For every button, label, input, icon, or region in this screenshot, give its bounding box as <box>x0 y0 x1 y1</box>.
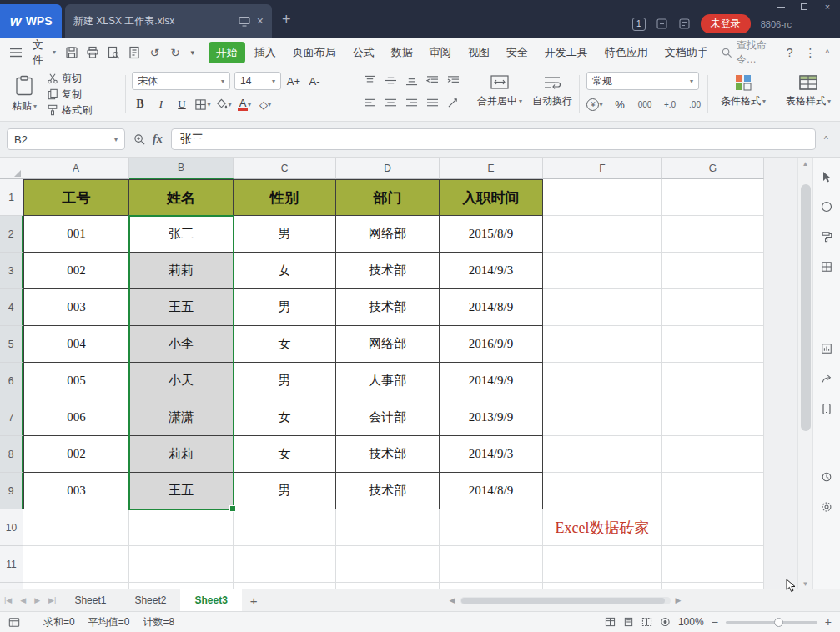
cell[interactable] <box>662 509 764 546</box>
quick-access-dropdown-icon[interactable]: ▾ <box>189 43 197 62</box>
cell[interactable]: 2014/9/3 <box>440 436 543 473</box>
cell[interactable] <box>336 546 440 583</box>
underline-button[interactable]: U <box>174 96 190 113</box>
column-header-C[interactable]: C <box>234 158 336 179</box>
font-name-select[interactable]: 宋体▾ <box>132 72 230 90</box>
scroll-left-icon[interactable]: ◀ <box>450 596 455 604</box>
cell[interactable]: 部门 <box>336 179 440 216</box>
settings-icon[interactable] <box>819 499 834 514</box>
row-header[interactable]: 2 <box>0 216 23 253</box>
zoom-out-icon[interactable]: − <box>712 615 718 629</box>
command-search[interactable]: 查找命令… <box>721 38 777 67</box>
cell[interactable]: 技术部 <box>336 253 440 289</box>
cell[interactable]: 女 <box>234 326 336 363</box>
cell[interactable]: 技术部 <box>336 436 440 473</box>
collapse-ribbon-icon[interactable]: ^ <box>823 43 832 62</box>
cell[interactable] <box>662 363 764 399</box>
select-all-corner[interactable] <box>0 158 23 179</box>
tab-doc-assistant[interactable]: 文档助手 <box>657 42 716 63</box>
zoom-formula-icon[interactable] <box>133 133 146 146</box>
cell[interactable]: 男 <box>234 473 336 509</box>
cell[interactable] <box>662 253 764 289</box>
column-header-E[interactable]: E <box>440 158 543 179</box>
zoom-level[interactable]: 100% <box>678 616 704 628</box>
decrease-font-button[interactable]: A- <box>306 73 323 89</box>
column-header-D[interactable]: D <box>336 158 440 179</box>
save-icon[interactable] <box>64 43 80 62</box>
first-sheet-icon[interactable]: |◀ <box>4 596 12 604</box>
tab-close-icon[interactable]: × <box>257 14 264 28</box>
zoom-slider[interactable] <box>726 621 817 624</box>
row-header[interactable]: 1 <box>0 179 23 216</box>
cell[interactable]: 女 <box>234 253 336 289</box>
increase-indent-button[interactable] <box>445 72 461 88</box>
export-pdf-icon[interactable] <box>126 43 142 62</box>
conditional-format-button[interactable]: 条件格式▾ <box>716 72 771 110</box>
sheet-tab-3[interactable]: Sheet3 <box>180 589 241 611</box>
cell[interactable]: 技术部 <box>336 473 440 509</box>
cell[interactable] <box>440 546 543 583</box>
workspace-icon[interactable] <box>8 617 20 628</box>
minimize-button[interactable] <box>775 2 787 12</box>
cell[interactable]: 王五 <box>129 289 234 326</box>
next-sheet-icon[interactable]: ▶ <box>34 596 40 604</box>
align-bottom-button[interactable] <box>403 72 420 88</box>
cell[interactable]: 2014/9/3 <box>440 253 543 289</box>
cell[interactable] <box>543 473 662 509</box>
cell[interactable] <box>662 179 764 216</box>
tab-insert[interactable]: 插入 <box>247 42 284 63</box>
wrap-text-button[interactable]: 自动换行 <box>527 72 577 110</box>
cell[interactable] <box>543 289 662 326</box>
zoom-slider-knob[interactable] <box>774 618 783 627</box>
cell[interactable]: 小李 <box>129 326 234 363</box>
eye-protection-icon[interactable] <box>660 617 671 627</box>
login-button[interactable]: 未登录 <box>701 14 751 33</box>
phone-sync-icon[interactable] <box>819 401 834 416</box>
cell[interactable] <box>543 436 662 473</box>
percent-format-button[interactable]: % <box>611 96 628 113</box>
column-header-F[interactable]: F <box>543 158 662 179</box>
italic-button[interactable]: I <box>153 96 169 113</box>
cell[interactable]: 人事部 <box>336 363 440 399</box>
font-color-button[interactable]: A ▾ <box>236 96 253 113</box>
active-cell[interactable]: 张三 <box>129 216 234 253</box>
normal-view-icon[interactable] <box>605 617 616 627</box>
add-sheet-button[interactable]: + <box>250 594 258 608</box>
tab-special-features[interactable]: 特色应用 <box>597 42 656 63</box>
cell[interactable]: 2016/9/9 <box>440 326 543 363</box>
scroll-up-icon[interactable]: ▲ <box>798 158 812 169</box>
integrate-icon[interactable] <box>656 18 668 30</box>
fill-color-button[interactable]: ▾ <box>215 96 232 113</box>
redo-icon[interactable]: ↻ <box>168 43 184 62</box>
print-preview-icon[interactable] <box>105 43 121 62</box>
cut-button[interactable]: 剪切 <box>47 72 92 85</box>
page-layout-view-icon[interactable] <box>623 617 634 627</box>
cell[interactable]: 002 <box>23 436 129 473</box>
number-format-select[interactable]: 常规▾ <box>586 72 699 90</box>
maximize-button[interactable] <box>798 2 810 12</box>
history-icon[interactable] <box>819 469 834 484</box>
column-header-A[interactable]: A <box>23 158 129 179</box>
row-header[interactable]: 3 <box>0 253 23 289</box>
cell[interactable] <box>129 509 234 546</box>
share-icon[interactable] <box>819 371 834 386</box>
cell[interactable]: 工号 <box>23 179 129 216</box>
borders-button[interactable]: ▾ <box>194 96 211 113</box>
row-header[interactable]: 7 <box>0 399 23 436</box>
cell[interactable]: 001 <box>23 216 129 253</box>
row-header[interactable]: 4 <box>0 289 23 326</box>
cell[interactable] <box>23 509 129 546</box>
cell[interactable] <box>23 583 129 589</box>
cell[interactable]: 入职时间 <box>440 179 543 216</box>
increase-font-button[interactable]: A+ <box>285 73 302 89</box>
cell[interactable] <box>543 179 662 216</box>
name-box[interactable]: B2▾ <box>7 128 125 150</box>
cell[interactable]: 莉莉 <box>129 436 234 473</box>
sheet-tab-1[interactable]: Sheet1 <box>60 589 120 611</box>
document-tab[interactable]: 新建 XLSX 工作表.xlsx × <box>65 4 272 38</box>
cell[interactable] <box>543 326 662 363</box>
orientation-button[interactable] <box>445 94 461 111</box>
scroll-down-icon[interactable]: ▼ <box>798 578 812 589</box>
cell[interactable] <box>662 583 764 589</box>
tab-view[interactable]: 视图 <box>460 42 497 63</box>
